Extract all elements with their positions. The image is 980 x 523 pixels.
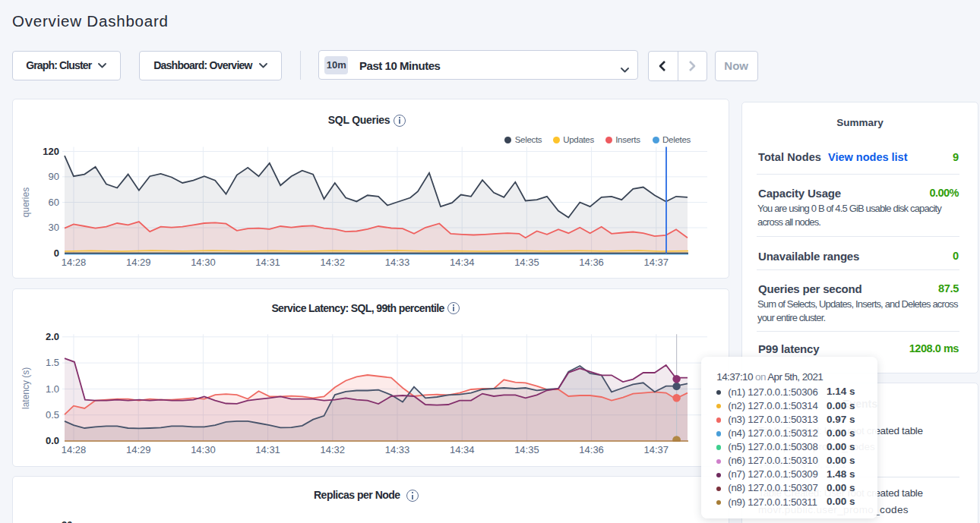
- svg-text:14:36: 14:36: [579, 443, 604, 455]
- svg-text:0: 0: [54, 247, 59, 258]
- svg-text:1.0: 1.0: [46, 383, 59, 394]
- svg-text:2.0: 2.0: [46, 331, 59, 342]
- svg-text:14:36: 14:36: [579, 257, 604, 268]
- svg-text:1.5: 1.5: [46, 357, 59, 368]
- svg-text:0.0: 0.0: [46, 435, 59, 446]
- svg-text:14:28: 14:28: [62, 443, 87, 455]
- svg-text:queries: queries: [21, 187, 31, 216]
- svg-text:14:35: 14:35: [514, 443, 539, 455]
- svg-text:14:28: 14:28: [62, 257, 87, 268]
- svg-text:14:37: 14:37: [644, 257, 669, 268]
- svg-text:14:29: 14:29: [126, 257, 151, 268]
- svg-text:14:33: 14:33: [385, 443, 410, 455]
- svg-text:14:31: 14:31: [255, 443, 280, 455]
- svg-text:14:29: 14:29: [126, 443, 151, 455]
- svg-text:14:32: 14:32: [321, 443, 346, 455]
- svg-text:latency (s): latency (s): [21, 367, 31, 408]
- svg-text:14:33: 14:33: [385, 257, 410, 268]
- svg-text:14:34: 14:34: [450, 443, 475, 455]
- svg-text:14:37: 14:37: [644, 443, 669, 455]
- svg-text:14:31: 14:31: [255, 257, 280, 268]
- svg-text:120: 120: [43, 145, 59, 156]
- svg-text:14:32: 14:32: [321, 257, 346, 268]
- svg-text:14:30: 14:30: [191, 257, 216, 268]
- svg-text:0.5: 0.5: [46, 409, 59, 421]
- svg-text:90: 90: [49, 171, 59, 182]
- svg-text:14:34: 14:34: [450, 257, 475, 268]
- svg-text:60: 60: [49, 196, 59, 207]
- svg-text:30: 30: [49, 222, 59, 233]
- svg-text:14:30: 14:30: [191, 443, 216, 455]
- svg-text:14:35: 14:35: [514, 257, 539, 268]
